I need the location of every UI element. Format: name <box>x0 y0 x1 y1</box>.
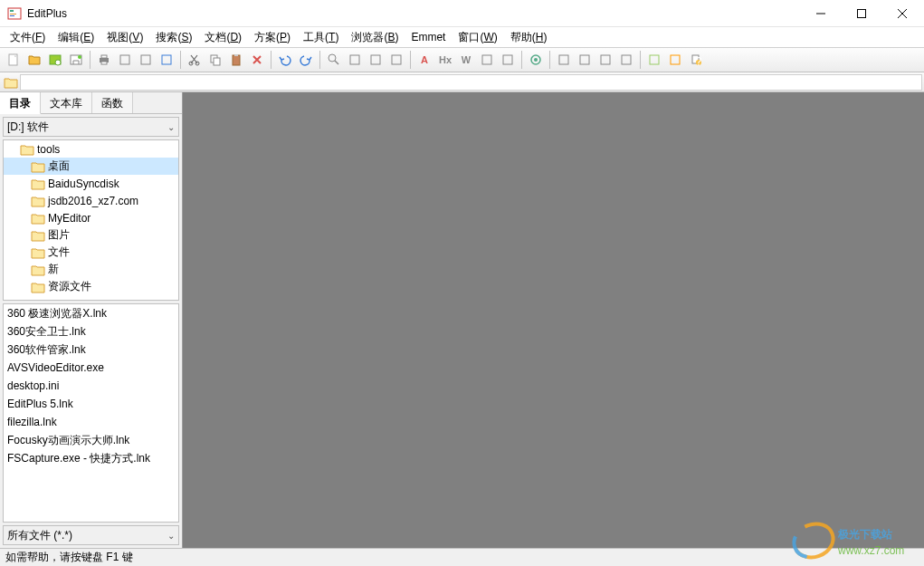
folder-图片[interactable]: 图片 <box>4 226 178 244</box>
menu-P[interactable]: 方案(P) <box>248 28 297 47</box>
svg-rect-1 <box>10 10 14 12</box>
toolbar-separator <box>319 51 320 69</box>
status-text: 如需帮助，请按键盘 F1 键 <box>5 550 133 565</box>
svg-rect-24 <box>234 54 238 56</box>
menu-S[interactable]: 搜索(S) <box>149 28 198 47</box>
menu-E[interactable]: 编辑(E) <box>52 28 100 47</box>
font-icon[interactable]: A <box>414 50 434 70</box>
svg-rect-39 <box>671 55 680 64</box>
replace-icon[interactable] <box>366 50 386 70</box>
indent-icon[interactable] <box>477 50 497 70</box>
file-item[interactable]: EditPlus 5.lnk <box>4 395 178 413</box>
file-item[interactable]: desktop.ini <box>4 377 178 395</box>
menu-H[interactable]: 帮助(H) <box>504 28 554 47</box>
hex-icon[interactable]: Hx <box>435 50 455 70</box>
close-button[interactable] <box>881 0 922 26</box>
file-item[interactable]: FSCapture.exe - 快捷方式.lnk <box>4 449 178 467</box>
file-filter[interactable]: 所有文件 (*.*) ⌄ <box>3 525 179 545</box>
folder-桌面[interactable]: 桌面 <box>4 158 178 175</box>
folder-jsdb2016_xz7.com[interactable]: jsdb2016_xz7.com <box>4 192 178 209</box>
sidebar: 目录文本库函数 [D:] 软件 ⌄ tools桌面BaiduSyncdiskjs… <box>0 92 183 548</box>
open-file-icon[interactable] <box>24 50 44 70</box>
address-input[interactable] <box>20 74 922 91</box>
statusbar: 如需帮助，请按键盘 F1 键 <box>0 548 924 566</box>
svg-rect-2 <box>10 14 16 14</box>
folder-文件[interactable]: 文件 <box>4 244 178 261</box>
folder-tree[interactable]: tools桌面BaiduSyncdiskjsdb2016_xz7.comMyEd… <box>3 139 179 301</box>
print-preview-icon[interactable] <box>115 50 135 70</box>
menu-F[interactable]: 文件(F) <box>4 28 52 47</box>
maximize-button[interactable] <box>841 0 881 26</box>
folder-BaiduSyncdisk[interactable]: BaiduSyncdisk <box>4 175 178 192</box>
svg-rect-5 <box>857 9 865 17</box>
code-icon[interactable] <box>157 50 176 70</box>
toolbar: AHxW? <box>0 47 924 72</box>
folder-资源文件[interactable]: 资源文件 <box>4 278 178 295</box>
redo-icon[interactable] <box>296 50 316 70</box>
menubar: 文件(F)编辑(E)视图(V)搜索(S)文档(D)方案(P)工具(T)浏览器(B… <box>0 27 924 47</box>
tool2-icon[interactable] <box>665 50 685 70</box>
tool1-icon[interactable] <box>644 50 664 70</box>
save-icon[interactable] <box>66 50 86 70</box>
bookmark-icon[interactable] <box>345 50 365 70</box>
drive-label: [D:] 软件 <box>7 120 49 135</box>
wrap-icon[interactable]: W <box>456 50 476 70</box>
file-item[interactable]: AVSVideoEditor.exe <box>4 359 178 377</box>
toolbar-separator <box>90 51 90 69</box>
svg-rect-3 <box>10 15 14 16</box>
open-recent-icon[interactable] <box>45 50 65 70</box>
address-bar <box>0 72 924 92</box>
settings-icon[interactable] <box>526 50 546 70</box>
file-item[interactable]: 360软件管家.lnk <box>4 341 178 359</box>
print-icon[interactable] <box>94 50 114 70</box>
column-icon[interactable] <box>498 50 518 70</box>
file-list[interactable]: 360 极速浏览器X.lnk360安全卫士.lnk360软件管家.lnkAVSV… <box>3 303 179 523</box>
window4-icon[interactable] <box>616 50 636 70</box>
cut-icon[interactable] <box>185 50 205 70</box>
drive-selector[interactable]: [D:] 软件 ⌄ <box>3 117 179 137</box>
sidebar-tabs: 目录文本库函数 <box>0 92 182 114</box>
svg-rect-29 <box>392 55 401 64</box>
menu-Emmet[interactable]: Emmet <box>405 29 452 45</box>
undo-icon[interactable] <box>275 50 295 70</box>
menu-D[interactable]: 文档(D) <box>198 28 248 47</box>
sidebar-tab-目录[interactable]: 目录 <box>0 92 41 114</box>
menu-V[interactable]: 视图(V) <box>100 28 149 47</box>
file-item[interactable]: 360安全卫士.lnk <box>4 322 178 341</box>
new-file-icon[interactable] <box>4 50 24 70</box>
toolbar-separator <box>549 51 550 69</box>
svg-rect-30 <box>482 55 491 64</box>
svg-rect-18 <box>162 55 171 64</box>
file-item[interactable]: Focusky动画演示大师.lnk <box>4 431 178 449</box>
app-icon <box>7 6 22 21</box>
paste-icon[interactable] <box>226 50 246 70</box>
folder-MyEditor[interactable]: MyEditor <box>4 209 178 226</box>
copy-icon[interactable] <box>205 50 225 70</box>
find-icon[interactable] <box>324 50 344 70</box>
window2-icon[interactable] <box>575 50 595 70</box>
delete-icon[interactable] <box>247 50 267 70</box>
help-icon[interactable]: ? <box>686 50 706 70</box>
svg-rect-27 <box>350 55 359 64</box>
window1-icon[interactable] <box>554 50 574 70</box>
sidebar-tab-函数[interactable]: 函数 <box>92 92 133 113</box>
minimize-button[interactable] <box>800 0 841 26</box>
sidebar-tab-文本库[interactable]: 文本库 <box>41 92 92 113</box>
folder-新[interactable]: 新 <box>4 261 178 278</box>
file-item[interactable]: 360 极速浏览器X.lnk <box>4 304 178 322</box>
svg-rect-15 <box>101 62 107 64</box>
file-item[interactable]: filezilla.lnk <box>4 413 178 431</box>
window3-icon[interactable] <box>595 50 615 70</box>
svg-rect-36 <box>601 55 610 64</box>
folder-tools[interactable]: tools <box>4 140 178 158</box>
svg-rect-31 <box>503 55 512 64</box>
folder-icon[interactable] <box>2 74 20 91</box>
menu-B[interactable]: 浏览器(B) <box>345 28 405 47</box>
goto-icon[interactable] <box>386 50 406 70</box>
menu-T[interactable]: 工具(T) <box>297 28 345 47</box>
toolbar-separator <box>271 51 271 69</box>
arrow-down-icon[interactable] <box>136 50 156 70</box>
chevron-down-icon: ⌄ <box>167 122 175 132</box>
svg-point-33 <box>534 58 538 62</box>
menu-W[interactable]: 窗口(W) <box>452 28 503 47</box>
